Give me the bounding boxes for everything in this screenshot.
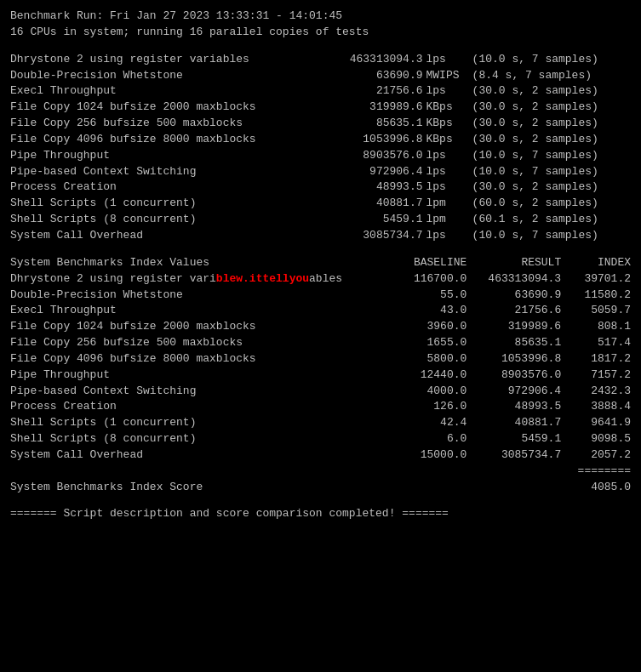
- index-value: 9098.5: [568, 431, 631, 447]
- raw-detail: (30.0 s, 2 samples): [472, 100, 631, 116]
- index-data-row: File Copy 1024 bufsize 2000 maxblocks396…: [10, 319, 631, 335]
- index-data-row: System Call Overhead15000.03085734.72057…: [10, 447, 631, 464]
- raw-value: 48993.5: [330, 179, 426, 196]
- raw-result-row: Shell Scripts (1 concurrent)40881.7lpm(6…: [10, 196, 631, 212]
- raw-detail: (60.1 s, 2 samples): [472, 212, 631, 228]
- index-baseline: 126.0: [403, 399, 473, 415]
- raw-unit: lps: [426, 164, 472, 180]
- index-result: 1053996.8: [473, 351, 568, 367]
- watermark: blew.ittellyou: [216, 272, 309, 285]
- raw-result-row: Dhrystone 2 using register variables4633…: [10, 52, 631, 68]
- index-baseline: 1655.0: [403, 335, 473, 351]
- index-row-label: Shell Scripts (1 concurrent): [10, 415, 403, 431]
- index-value: 11580.2: [568, 288, 631, 304]
- raw-detail: (10.0 s, 7 samples): [472, 52, 631, 68]
- index-baseline: 55.0: [403, 288, 473, 304]
- equals-line: ========: [568, 464, 631, 480]
- index-row-label: Pipe-based Context Switching: [10, 384, 403, 400]
- raw-result-row: File Copy 256 bufsize 500 maxblocks85635…: [10, 116, 631, 132]
- index-value: 2057.2: [568, 447, 631, 464]
- index-result: 21756.6: [473, 303, 568, 319]
- index-result: 972906.4: [473, 384, 568, 400]
- raw-value: 40881.7: [330, 196, 426, 212]
- raw-unit: lps: [426, 148, 472, 164]
- raw-value: 8903576.0: [330, 148, 426, 164]
- index-row-label: Dhrystone 2 using register variblew.itte…: [10, 271, 403, 288]
- index-row-label: Process Creation: [10, 399, 403, 415]
- raw-detail: (60.0 s, 2 samples): [472, 196, 631, 212]
- score-row: System Benchmarks Index Score4085.0: [10, 480, 631, 496]
- raw-label: Shell Scripts (8 concurrent): [10, 212, 330, 228]
- index-value: 5059.7: [568, 303, 631, 319]
- index-baseline: 42.4: [403, 415, 473, 431]
- score-label: System Benchmarks Index Score: [10, 480, 568, 496]
- raw-unit: lpm: [426, 196, 472, 212]
- index-table: System Benchmarks Index ValuesBASELINERE…: [10, 255, 631, 496]
- raw-detail: (30.0 s, 2 samples): [472, 179, 631, 196]
- index-header-result: RESULT: [473, 255, 568, 271]
- index-value: 1817.2: [568, 351, 631, 367]
- index-value: 3888.4: [568, 399, 631, 415]
- raw-result-row: Execl Throughput21756.6lps(30.0 s, 2 sam…: [10, 83, 631, 100]
- raw-label: Pipe Throughput: [10, 148, 330, 164]
- index-data-row: File Copy 256 bufsize 500 maxblocks1655.…: [10, 335, 631, 351]
- index-baseline: 4000.0: [403, 384, 473, 400]
- raw-value: 463313094.3: [330, 52, 426, 68]
- raw-detail: (30.0 s, 2 samples): [472, 132, 631, 148]
- header-line1: Benchmark Run: Fri Jan 27 2023 13:33:31 …: [10, 9, 631, 25]
- index-result: 8903576.0: [473, 367, 568, 384]
- raw-value: 5459.1: [330, 212, 426, 228]
- raw-results-table: Dhrystone 2 using register variables4633…: [10, 52, 631, 244]
- index-data-row: Process Creation126.048993.53888.4: [10, 399, 631, 415]
- index-baseline: 3960.0: [403, 319, 473, 335]
- raw-label: Dhrystone 2 using register variables: [10, 52, 330, 68]
- index-row-label: Pipe Throughput: [10, 367, 403, 384]
- index-data-row: Double-Precision Whetstone55.063690.9115…: [10, 288, 631, 304]
- raw-value: 21756.6: [330, 83, 426, 100]
- raw-label: File Copy 1024 bufsize 2000 maxblocks: [10, 100, 330, 116]
- raw-unit: lps: [426, 83, 472, 100]
- raw-label: Shell Scripts (1 concurrent): [10, 196, 330, 212]
- terminal-output: Benchmark Run: Fri Jan 27 2023 13:33:31 …: [10, 9, 631, 522]
- index-row-label: Shell Scripts (8 concurrent): [10, 431, 403, 447]
- raw-label: System Call Overhead: [10, 228, 330, 244]
- index-data-row: Dhrystone 2 using register variblew.itte…: [10, 271, 631, 288]
- raw-detail: (10.0 s, 7 samples): [472, 228, 631, 244]
- header-line2: 16 CPUs in system; running 16 parallel c…: [10, 25, 631, 41]
- index-result: 48993.5: [473, 399, 568, 415]
- index-value: 2432.3: [568, 384, 631, 400]
- index-header-index: INDEX: [568, 255, 631, 271]
- raw-unit: lpm: [426, 212, 472, 228]
- raw-value: 972906.4: [330, 164, 426, 180]
- raw-result-row: System Call Overhead3085734.7lps(10.0 s,…: [10, 228, 631, 244]
- index-row-label: File Copy 1024 bufsize 2000 maxblocks: [10, 319, 403, 335]
- raw-unit: KBps: [426, 132, 472, 148]
- raw-label: Process Creation: [10, 179, 330, 196]
- index-data-row: Pipe-based Context Switching4000.0972906…: [10, 384, 631, 400]
- index-value: 39701.2: [568, 271, 631, 288]
- raw-unit: KBps: [426, 100, 472, 116]
- index-baseline: 116700.0: [403, 271, 473, 288]
- index-row-label: File Copy 4096 bufsize 8000 maxblocks: [10, 351, 403, 367]
- index-data-row: Execl Throughput43.021756.65059.7: [10, 303, 631, 319]
- index-data-row: File Copy 4096 bufsize 8000 maxblocks580…: [10, 351, 631, 367]
- index-data-row: Shell Scripts (8 concurrent)6.05459.1909…: [10, 431, 631, 447]
- raw-result-row: Pipe-based Context Switching972906.4lps(…: [10, 164, 631, 180]
- score-value: 4085.0: [568, 480, 631, 496]
- equals-row: ========: [10, 464, 631, 480]
- index-value: 9641.9: [568, 415, 631, 431]
- index-header-label: System Benchmarks Index Values: [10, 255, 403, 271]
- index-result: 463313094.3: [473, 271, 568, 288]
- raw-detail: (10.0 s, 7 samples): [472, 164, 631, 180]
- raw-result-row: File Copy 1024 bufsize 2000 maxblocks319…: [10, 100, 631, 116]
- index-row-label: File Copy 256 bufsize 500 maxblocks: [10, 335, 403, 351]
- index-result: 85635.1: [473, 335, 568, 351]
- footer-line: ======= Script description and score com…: [10, 506, 631, 522]
- raw-value: 3085734.7: [330, 228, 426, 244]
- index-baseline: 6.0: [403, 431, 473, 447]
- raw-unit: lps: [426, 228, 472, 244]
- raw-result-row: Double-Precision Whetstone63690.9MWIPS(8…: [10, 68, 631, 84]
- raw-detail: (10.0 s, 7 samples): [472, 148, 631, 164]
- index-value: 517.4: [568, 335, 631, 351]
- index-row-label: System Call Overhead: [10, 447, 403, 464]
